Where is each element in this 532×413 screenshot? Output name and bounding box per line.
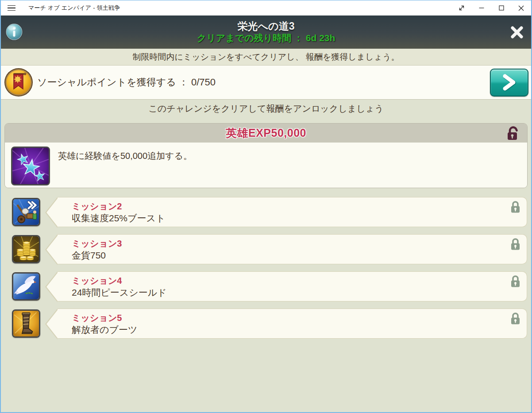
lock-closed-icon: [509, 275, 521, 288]
diagonal-resize-icon: [458, 4, 465, 12]
close-x-icon: [509, 25, 524, 40]
mission-title: ミッション4: [72, 275, 505, 286]
maximize-button[interactable]: [491, 0, 511, 15]
event-content: 制限時間内にミッションをすべてクリアし、 報酬を獲得しましょう。: [1, 49, 531, 412]
gather-boost-icon: [12, 198, 40, 226]
info-icon: [5, 23, 23, 41]
mission-title: ミッション3: [72, 238, 505, 249]
mission-row: ミッション4 24時間ピースシールド: [12, 271, 527, 301]
window-close-button[interactable]: [511, 0, 531, 15]
fullscreen-button[interactable]: [451, 0, 471, 15]
chevron-right-icon: [501, 73, 517, 93]
mission-reward-label: 24時間ピースシールド: [72, 286, 505, 298]
minimize-icon: [479, 5, 484, 11]
go-button[interactable]: [490, 69, 528, 96]
reward-body: 英雄に経験値を50,000追加する。: [5, 143, 527, 188]
close-icon: [518, 5, 524, 11]
mission-title: ミッション2: [72, 201, 505, 212]
social-points-label: ソーシャルポイントを獲得する ： 0/750: [37, 76, 216, 89]
peace-dove-icon: [12, 272, 40, 301]
mission-card[interactable]: ミッション5 解放者のブーツ: [58, 309, 527, 339]
instruction-text: 制限時間内にミッションをすべてクリアし、 報酬を獲得しましょう。: [1, 49, 531, 66]
info-button[interactable]: [5, 23, 23, 41]
mission-list: ミッション2 収集速度25%ブースト: [1, 197, 531, 339]
window-title: マーチ オブ エンパイア - 領土戦争: [28, 4, 120, 12]
maximize-icon: [499, 5, 504, 11]
app-window: マーチ オブ エンパイア - 領土戦争: [0, 0, 532, 413]
reward-title: 英雄EXP50,000: [226, 126, 306, 140]
page-title: 栄光への道3: [238, 20, 295, 33]
mission-reward-label: 金貨750: [72, 249, 505, 261]
reward-description: 英雄に経験値を50,000追加する。: [58, 150, 192, 184]
mission-card[interactable]: ミッション2 収集速度25%ブースト: [58, 197, 527, 227]
panel-close-button[interactable]: [509, 24, 525, 40]
lock-open-icon: [506, 126, 520, 141]
mission-row: ミッション3 金貨750: [12, 234, 527, 264]
social-points-row: ソーシャルポイントを獲得する ： 0/750: [1, 66, 531, 100]
window-controls: [451, 0, 531, 15]
liberator-boots-icon: [12, 309, 40, 338]
event-header: 栄光への道3 クリアまでの残り時間 ： 6d 23h: [1, 15, 531, 49]
lock-closed-icon: [509, 238, 521, 251]
mission-row: ミッション5 解放者のブーツ: [12, 309, 527, 339]
lock-closed-icon: [509, 201, 521, 214]
minimize-button[interactable]: [471, 0, 491, 15]
mission-row: ミッション2 収集速度25%ブースト: [12, 197, 527, 227]
timer-text: クリアまでの残り時間 ： 6d 23h: [197, 32, 335, 44]
mission-title: ミッション5: [72, 313, 505, 324]
reward-panel: 英雄EXP50,000: [4, 123, 528, 188]
hamburger-icon[interactable]: [1, 0, 22, 15]
reward-header: 英雄EXP50,000: [5, 124, 527, 143]
titlebar: マーチ オブ エンパイア - 領土戦争: [1, 0, 531, 15]
gold-coins-icon: [12, 235, 40, 263]
lock-closed-icon: [509, 312, 521, 325]
mission-card[interactable]: ミッション3 金貨750: [58, 234, 527, 264]
hero-exp-stars-icon: [11, 147, 50, 185]
challenge-note: このチャレンジをクリアして報酬をアンロックしましょう: [1, 100, 531, 117]
mission-card[interactable]: ミッション4 24時間ピースシールド: [58, 271, 527, 301]
social-points-badge-icon: [4, 67, 34, 97]
mission-reward-label: 解放者のブーツ: [72, 324, 505, 336]
mission-reward-label: 収集速度25%ブースト: [72, 212, 505, 224]
